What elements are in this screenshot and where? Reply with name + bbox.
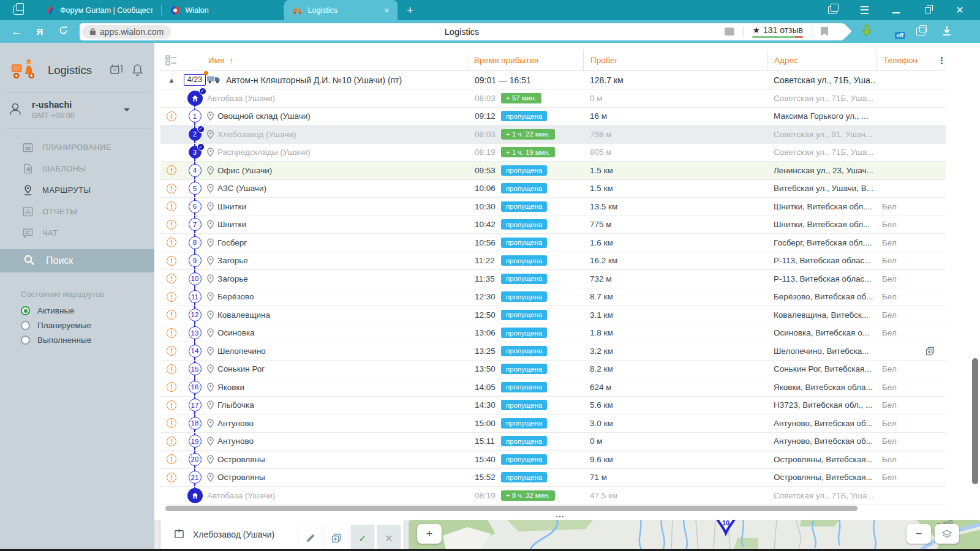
downloads-icon[interactable] <box>941 25 952 39</box>
tab-wialon[interactable]: Wialon <box>162 0 284 20</box>
waypoint-row[interactable]: !18Антуново15:00пропущена3.0 кмАнтуново,… <box>160 414 946 433</box>
edit-button[interactable] <box>298 525 322 549</box>
arrival-time: 11:22 <box>467 256 499 265</box>
waypoint-row[interactable]: !9Загорье11:22пропущена16.2 кмР-113, Вит… <box>160 252 946 271</box>
waypoint-row[interactable]: !13Осиновка13:06пропущена1.8 кмОсиновка,… <box>160 324 946 343</box>
back-button[interactable]: ← <box>5 26 28 38</box>
column-header-mileage[interactable]: Пробег <box>583 50 767 70</box>
depot-row[interactable]: Автобаза (Ушачи)08:19+ 8 ч. 32 мин.47.5 … <box>160 487 946 505</box>
browser-menu-icon[interactable]: ☰ <box>858 4 871 17</box>
waypoint-row[interactable]: !21Островляны15:52пропущена71 мОстровлян… <box>160 469 946 487</box>
waypoint-row[interactable]: !6Шнитки10:30пропущена13.5 кмШнитки, Вит… <box>160 198 946 216</box>
waypoint-row[interactable]: !5АЗС (Ушачи)10:06пропущена1.5 кмВитебск… <box>160 180 946 198</box>
tab-forum-gurtam[interactable]: Форум Gurtam | Сообщест <box>37 0 162 20</box>
column-header-name[interactable]: Имя↑ <box>207 50 467 70</box>
search-band[interactable] <box>0 249 154 272</box>
sidebar-item-routes[interactable]: МАРШРУТЫ <box>0 179 154 201</box>
bookmark-icon[interactable] <box>821 27 828 36</box>
bell-icon[interactable] <box>132 63 143 78</box>
truck-icon <box>207 75 221 86</box>
waypoint-name: Антуново <box>217 419 254 428</box>
confirm-button[interactable]: ✓ <box>351 525 374 549</box>
route-state-option[interactable]: Активные <box>21 306 154 315</box>
address-value: Шнитки, Витебская обл... <box>767 220 876 229</box>
vertical-scrollbar[interactable] <box>972 358 978 484</box>
route-state-option[interactable]: Планируемые <box>21 321 154 330</box>
address-value: Шелопечино, Витебска... <box>767 347 876 356</box>
pin-icon <box>207 400 214 410</box>
window-restore-button[interactable] <box>921 4 935 17</box>
url-chip[interactable]: apps.wialon.com <box>82 25 171 39</box>
sidebar-item-planning[interactable]: ПЛАНИРОВАНИЕ <box>0 137 154 158</box>
waypoint-row[interactable]: 3✓Распредсклады (Ушачи)08:19+ 1 ч. 19 ми… <box>160 144 946 162</box>
arrival-time: 15:11 <box>467 437 499 446</box>
waypoint-row[interactable]: !12Ковалевщина12:50пропущена3.1 кмКовале… <box>160 306 946 324</box>
waypoint-row[interactable]: !20Островляны15:40пропущена9.6 кмОстровл… <box>160 451 946 469</box>
collections-icon[interactable] <box>826 4 839 17</box>
waypoint-row[interactable]: !8Госберг10:56пропущена1.6 кмГосберг, Ви… <box>160 234 946 252</box>
window-close-button[interactable]: ✕ <box>953 4 967 17</box>
waypoint-name: Хлебозавод (Ушачи) <box>217 130 296 139</box>
waypoint-row[interactable]: !7Шнитки10:42пропущена775 мШнитки, Витеб… <box>160 216 946 234</box>
tab-panel-icon[interactable] <box>0 0 37 20</box>
map[interactable]: Лутоб 10 + − <box>409 520 980 549</box>
window-minimize-button[interactable] <box>889 4 903 17</box>
tab-logistics[interactable]: Logistics × <box>284 0 398 20</box>
waypoint-row[interactable]: !19Антуново15:11пропущена0 мАнтуново, Ви… <box>160 433 946 451</box>
arrival-time: 15:00 <box>467 419 499 428</box>
column-header-phone[interactable]: Телефон <box>876 50 937 70</box>
user-account[interactable]: r-ushachi GMT +03:00 <box>0 92 154 120</box>
sidebar-item-templates[interactable]: ШАБЛОНЫ <box>0 158 154 179</box>
extensions-icon[interactable] <box>916 28 925 36</box>
columns-menu-icon[interactable]: ⋮ <box>937 50 946 70</box>
selected-waypoint-name: Хлебозавод (Ушачи) <box>193 530 274 539</box>
resize-handle[interactable] <box>556 512 565 519</box>
horizontal-scrollbar[interactable] <box>165 506 858 511</box>
address-value: Госберг, Витебская обл.... <box>767 238 876 247</box>
comment-icon[interactable] <box>725 28 734 36</box>
depot-row[interactable]: ✓Автобаза (Ушачи)08:03+ 57 мин.0 мСоветс… <box>160 89 946 108</box>
phone-value: Бел <box>882 473 897 482</box>
waypoint-row[interactable]: !14Шелопечино13:25пропущена3.2 кмШелопеч… <box>160 342 946 361</box>
column-header-address[interactable]: Адрес <box>767 50 876 70</box>
waypoint-row[interactable]: !11Берёзово12:30пропущена8.7 кмБерёзово,… <box>160 288 946 307</box>
collapse-icon[interactable]: ▲ <box>160 76 183 84</box>
reload-button[interactable] <box>51 26 75 38</box>
close-button[interactable]: ✕ <box>377 525 401 549</box>
chevron-down-icon <box>124 108 130 114</box>
waypoint-detail-card[interactable]: Хлебозавод (Ушачи) ✓ ✕ <box>160 520 404 549</box>
copy-button[interactable] <box>325 525 348 549</box>
help-icon[interactable]: ? <box>110 63 123 78</box>
search-input[interactable] <box>45 255 137 267</box>
copy-waypoint-icon[interactable] <box>925 347 935 356</box>
route-header-row[interactable]: ▲ 4/23 Автом-н Кляшторный Д.И. №10 (Ушач… <box>160 71 946 89</box>
map-zoom-out-button[interactable]: − <box>907 524 931 544</box>
waypoint-row[interactable]: 2✓Хлебозавод (Ушачи)08:03+ 1 ч. 22 мин.7… <box>160 126 946 144</box>
map-layers-button[interactable] <box>935 524 959 544</box>
route-state-option[interactable]: Выполненные <box>21 335 154 345</box>
column-header-arrival[interactable]: Время прибытия <box>467 50 583 70</box>
waypoint-row[interactable]: !15Сонькин Рог13:50пропущена8.2 кмСоньки… <box>160 361 946 379</box>
waypoint-row[interactable]: !10Загорье11:35пропущена732 мР-113, Вите… <box>160 270 946 288</box>
waypoint-row[interactable]: !1Овощной склад (Ушачи)09:12пропущена16 … <box>160 108 946 126</box>
select-rows-icon[interactable] <box>160 50 207 70</box>
reviews-rating[interactable]: ★131 отзыв <box>752 25 803 39</box>
waypoint-name: Сонькин Рог <box>217 364 265 373</box>
waypoint-row[interactable]: !16Яковки14:05пропущена624 мЯковки, Вите… <box>160 378 946 397</box>
status-badge: пропущена <box>501 418 547 429</box>
waypoint-row[interactable]: !4Офис (Ушачи)09:53пропущена1.5 кмЛенинс… <box>160 162 946 180</box>
savefrom-icon[interactable] <box>860 24 873 40</box>
sidebar-item-reports[interactable]: ОТЧЕТЫ <box>0 201 154 222</box>
yandex-button[interactable]: Я <box>28 26 51 37</box>
map-zoom-in-button[interactable]: + <box>417 524 442 544</box>
waypoint-row[interactable]: !17Глыбочка14:30пропущена5.6 кмН3723, Ви… <box>160 397 946 415</box>
waypoint-number: 17 <box>189 399 202 411</box>
adblock-off-icon[interactable]: off <box>889 26 900 38</box>
url-bar[interactable]: apps.wialon.com Logistics ★131 отзыв <box>80 23 844 40</box>
mileage-value: 8.7 км <box>583 292 767 301</box>
sidebar-item-chat[interactable]: ЧАТ <box>0 222 154 244</box>
new-tab-button[interactable]: + <box>398 0 422 20</box>
phone-value: Бел <box>882 419 897 428</box>
tab-close-icon[interactable]: × <box>375 6 389 15</box>
route-time: 09:01 — 16:51 <box>467 75 583 85</box>
